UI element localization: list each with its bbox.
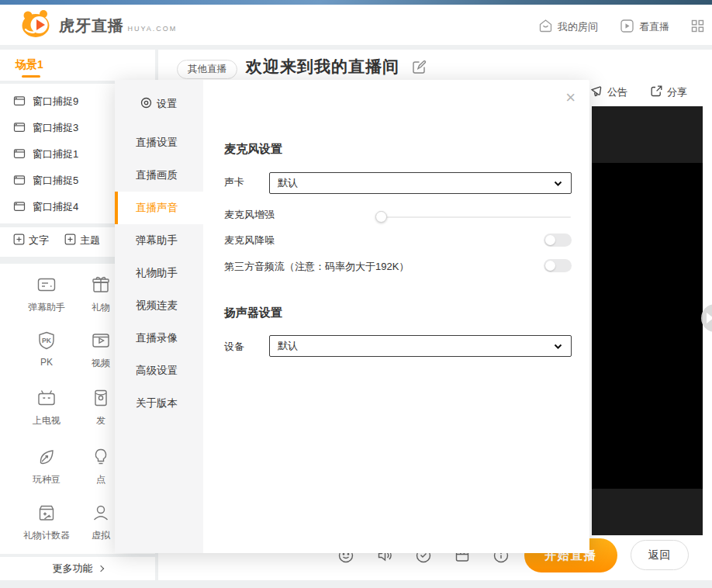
add-text-button[interactable]: 文字 (13, 233, 49, 247)
third-party-audio-label: 第三方音频流（注意：码率勿大于192K） (224, 260, 409, 274)
category-label: 其他直播 (188, 64, 226, 74)
feature-danmaku-assistant[interactable]: 弹幕助手 (16, 275, 78, 314)
add-text-label: 文字 (29, 233, 49, 247)
header-nav: 我的房间 看直播 (538, 19, 709, 36)
menu-item-live-settings[interactable]: 直播设置 (115, 126, 203, 159)
share-icon (650, 85, 663, 100)
source-label: 窗口捕捉4 (33, 200, 78, 214)
speaker-device-select[interactable]: 默认 (269, 335, 572, 357)
scene-tab-bar: 场景1 (0, 50, 155, 81)
window-icon (13, 147, 26, 162)
menu-item-advanced-settings[interactable]: 高级设置 (115, 355, 203, 387)
menu-item-live-audio[interactable]: 直播声音 (115, 192, 203, 224)
menu-item-video-link[interactable]: 视频连麦 (115, 289, 203, 322)
source-label: 窗口捕捉5 (33, 174, 78, 188)
sound-card-label: 声卡 (224, 175, 244, 189)
menu-item-danmaku-assistant[interactable]: 弹幕助手 (115, 224, 203, 257)
pk-shield-icon: PK (36, 340, 57, 353)
megaphone-icon (590, 85, 603, 100)
feature-gift-counter[interactable]: 礼物计数器 (16, 503, 78, 542)
more-features-button[interactable]: 更多功能 (0, 557, 155, 580)
window-icon (13, 174, 26, 189)
svg-text:PK: PK (42, 337, 52, 344)
gift-counter-icon (36, 512, 57, 525)
my-room-button[interactable]: 我的房间 (538, 19, 598, 36)
announcement-label: 公告 (607, 85, 627, 99)
mic-denoise-toggle[interactable] (544, 233, 572, 247)
back-button[interactable]: 返回 (631, 540, 689, 570)
edit-icon[interactable] (412, 60, 427, 78)
leaf-icon (36, 456, 57, 469)
source-label: 窗口捕捉3 (33, 121, 78, 135)
gear-icon (140, 97, 152, 111)
category-badge[interactable]: 其他直播 (177, 60, 237, 79)
share-button[interactable]: 分享 (650, 85, 687, 100)
mic-denoise-label: 麦克风降噪 (224, 233, 275, 247)
logo-title: 虎牙直播 (59, 17, 124, 34)
toggle-knob (545, 261, 555, 271)
scene-tab[interactable]: 场景1 (16, 58, 43, 72)
tv-icon (36, 397, 57, 410)
speaker-device-value: 默认 (278, 339, 298, 353)
third-party-audio-toggle[interactable] (544, 259, 572, 272)
active-tab-indicator (22, 75, 40, 78)
close-icon[interactable]: × (565, 89, 575, 106)
arrow-right-icon (707, 313, 712, 323)
video-preview (592, 106, 703, 535)
huya-logo[interactable]: 虎牙直播 HUYA.COM (20, 9, 177, 42)
add-theme-button[interactable]: 主题 (64, 233, 100, 247)
feature-pk[interactable]: PK PK (16, 330, 78, 368)
bulb-icon (91, 456, 111, 469)
menu-item-about-version[interactable]: 关于版本 (115, 387, 203, 420)
scene-tab-label: 场景1 (16, 58, 43, 71)
source-label: 窗口捕捉1 (33, 147, 78, 161)
expand-panel-handle[interactable] (701, 304, 712, 332)
more-features-label: 更多功能 (53, 562, 93, 576)
window-icon (13, 95, 26, 109)
app-window: 虎牙直播 HUYA.COM 我的房间 (0, 0, 712, 588)
menu-item-gift-assistant[interactable]: 礼物助手 (115, 257, 203, 289)
settings-menu-header: 设置 (140, 97, 177, 111)
watch-live-button[interactable]: 看直播 (620, 19, 669, 36)
feature-beans[interactable]: 玩种豆 (16, 447, 78, 486)
video-icon (91, 340, 111, 353)
gift-icon (91, 284, 111, 297)
plus-square-icon (64, 233, 76, 247)
chevron-down-icon (553, 178, 563, 189)
settings-dialog: 设置 直播设置 直播画质 直播声音 弹幕助手 礼物助手 视频连麦 直播录像 高级… (115, 80, 589, 553)
feature-tv[interactable]: 上电视 (16, 388, 78, 427)
announcement-button[interactable]: 公告 (590, 85, 627, 100)
huya-tiger-icon (20, 9, 53, 42)
play-icon (620, 19, 634, 36)
mic-gain-label: 麦克风增强 (224, 208, 275, 222)
avatar-icon (91, 512, 111, 525)
danmaku-icon (36, 284, 57, 297)
toggle-knob (545, 235, 555, 245)
window-icon (13, 121, 26, 136)
plus-square-icon (13, 233, 25, 247)
menu-item-live-recording[interactable]: 直播录像 (115, 322, 203, 355)
sound-card-select[interactable]: 默认 (269, 172, 572, 194)
feature-label: 玩种豆 (16, 473, 78, 486)
home-icon (538, 19, 553, 36)
feature-label: 礼物计数器 (16, 529, 78, 542)
feature-label: PK (16, 357, 78, 368)
feature-label: 上电视 (16, 414, 78, 427)
watch-live-label: 看直播 (639, 20, 669, 34)
video-frame (592, 163, 703, 489)
mic-section-title: 麦克风设置 (224, 142, 282, 157)
source-label: 窗口捕捉9 (33, 95, 78, 109)
grid-menu-button[interactable] (691, 19, 704, 35)
mic-gain-slider[interactable] (375, 210, 572, 224)
window-icon (13, 200, 26, 215)
feature-label: 弹幕助手 (16, 301, 78, 314)
settings-content: × 麦克风设置 声卡 默认 麦克风增强 麦克风降噪 第三方音频流（注意：码率勿大… (203, 80, 589, 553)
slider-track (377, 216, 571, 218)
chevron-down-icon (553, 341, 563, 351)
logo-subtitle: HUYA.COM (127, 25, 177, 33)
speaker-section-title: 扬声器设置 (224, 306, 282, 320)
slider-thumb[interactable] (375, 211, 387, 223)
settings-menu: 设置 直播设置 直播画质 直播声音 弹幕助手 礼物助手 视频连麦 直播录像 高级… (115, 80, 203, 553)
menu-item-video-quality[interactable]: 直播画质 (115, 159, 203, 192)
red-packet-icon (91, 397, 111, 410)
